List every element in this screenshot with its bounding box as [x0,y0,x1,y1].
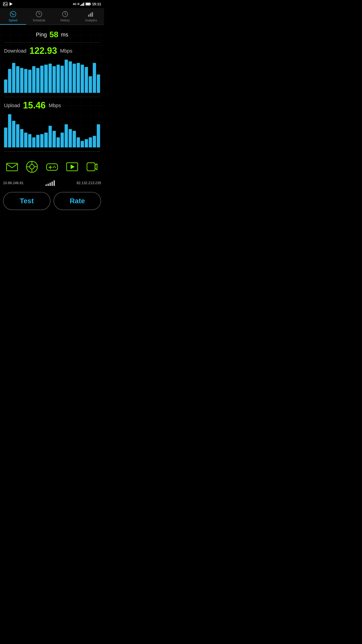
test-button[interactable]: Test [3,192,51,210]
download-bar [93,63,96,93]
download-bar [61,66,64,93]
upload-bar [24,133,27,147]
signal-bar-5 [54,180,55,186]
upload-bar [89,137,92,147]
download-bar [8,69,11,93]
svg-rect-29 [47,164,58,170]
download-bar [89,76,92,93]
upload-bar [77,137,80,147]
upload-bar [49,126,52,147]
upload-bar [93,136,96,147]
download-unit: Mbps [60,48,72,54]
upload-chart [4,113,100,148]
tab-speed[interactable]: 255 Speed [0,8,26,25]
upload-bar [85,139,88,147]
download-bar [65,60,68,93]
svg-rect-8 [90,4,91,5]
svg-rect-6 [83,3,84,6]
play-icon [9,2,13,6]
upload-bar [69,129,72,147]
download-header: Download 122.93 Mbps [4,46,100,56]
download-bar [69,61,72,93]
upload-value: 15.46 [23,100,46,111]
download-bar [32,66,35,93]
svg-rect-19 [88,15,89,17]
chrome-icon[interactable] [25,160,39,174]
svg-rect-22 [7,163,18,171]
svg-marker-37 [95,164,97,170]
download-chart [4,59,100,94]
svg-marker-36 [71,165,75,169]
upload-bar [28,134,31,147]
svg-rect-9 [86,3,90,5]
signal-bars [46,180,55,186]
ping-value: 58 [50,30,59,39]
main-content: Ping 58 ms Download 122.93 Mbps Upload 1… [0,25,104,155]
signal-bar-4 [52,182,53,186]
upload-bar [4,128,7,147]
tab-schedule-label: Schedule [33,19,45,22]
signal-icon [80,2,84,6]
svg-rect-20 [90,13,91,17]
signal-bar-2 [48,184,49,186]
upload-label: Upload [4,103,20,108]
download-bar [20,68,23,93]
tab-speed-label: Speed [9,19,17,22]
rate-button[interactable]: Rate [54,192,101,210]
download-bar [81,65,84,93]
download-bar [49,64,52,93]
tab-analytics[interactable]: Analytics [78,8,104,25]
download-section: Download 122.93 Mbps [4,43,100,97]
download-value: 122.93 [29,46,57,56]
svg-point-33 [55,167,56,168]
download-bar [77,63,80,93]
signal-bar-1 [46,184,47,186]
download-bar [4,79,7,93]
svg-marker-2 [10,2,13,6]
svg-text:255: 255 [12,14,15,15]
download-bar [40,66,43,93]
image-icon [3,2,8,6]
download-bar [44,65,48,93]
upload-section: Upload 15.46 Mbps [4,97,100,152]
upload-bar [53,131,56,147]
download-bar [16,66,19,93]
tab-history[interactable]: History [52,8,78,25]
download-bar [53,66,56,93]
svg-point-18 [65,11,66,12]
svg-rect-21 [92,12,93,17]
download-bar [57,65,60,93]
status-right: 4G R 15:11 [73,2,101,6]
svg-point-34 [53,167,54,168]
upload-bar [81,141,84,147]
gaming-icon[interactable] [45,160,59,174]
svg-rect-4 [81,4,82,6]
upload-bar [40,134,43,147]
upload-bar [97,124,100,147]
download-bar [73,64,76,93]
tab-schedule[interactable]: Schedule [26,8,52,25]
local-ip: 10.68.246.81 [3,181,24,185]
signal-bar-3 [50,183,51,186]
svg-rect-3 [80,5,81,6]
video-player-icon[interactable] [65,160,79,174]
svg-rect-5 [82,3,83,6]
upload-bar [65,124,68,147]
video-call-icon[interactable] [85,160,99,174]
network-info: 10.68.246.81 82.132.213.235 [0,178,104,190]
email-icon[interactable] [5,160,19,174]
upload-bar [8,114,11,147]
ping-label: Ping [36,31,47,38]
upload-bar [16,124,19,147]
upload-bar [61,133,64,147]
battery-icon [85,3,91,6]
ping-row: Ping 58 ms [4,28,100,43]
upload-bar [44,133,48,147]
carrier-label: R [77,3,79,6]
svg-point-32 [54,166,55,167]
upload-bar [36,135,39,147]
download-bar [12,63,15,93]
nav-tabs: 255 Speed Schedule History Analytics [0,8,104,25]
status-time: 15:11 [92,2,101,6]
network-type: 4G [73,3,77,6]
